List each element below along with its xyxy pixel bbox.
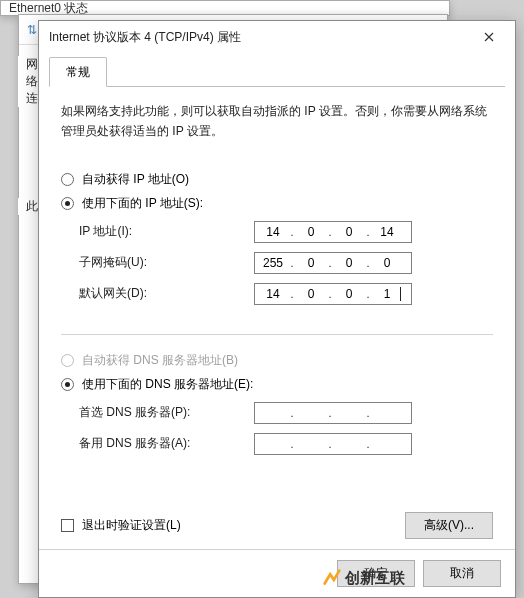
dialog-content: 如果网络支持此功能，则可以获取自动指派的 IP 设置。否则，你需要从网络系统管理… xyxy=(39,87,515,549)
ip-oct-4[interactable] xyxy=(371,224,403,240)
radio-icon xyxy=(61,197,74,210)
pdns-oct-2[interactable] xyxy=(295,405,327,421)
checkbox-icon xyxy=(61,519,74,532)
dialog-footer: 创新互联 确定 取消 xyxy=(39,549,515,597)
label-subnet-mask: 子网掩码(U): xyxy=(79,254,254,271)
radio-icon xyxy=(61,378,74,391)
text-caret xyxy=(400,287,401,301)
bg-window-1-title: Ethernet0 状态 xyxy=(1,1,449,15)
radio-manual-dns[interactable]: 使用下面的 DNS 服务器地址(E): xyxy=(61,376,493,393)
close-button[interactable] xyxy=(469,23,509,51)
ip-group: 自动获得 IP 地址(O) 使用下面的 IP 地址(S): IP 地址(I): … xyxy=(61,164,493,314)
mask-oct-1[interactable] xyxy=(257,255,289,271)
ipv4-properties-dialog: Internet 协议版本 4 (TCP/IPv4) 属性 常规 如果网络支持此… xyxy=(38,20,516,598)
advanced-button[interactable]: 高级(V)... xyxy=(405,512,493,539)
ip-oct-1[interactable] xyxy=(257,224,289,240)
ip-address-input[interactable]: . . . xyxy=(254,221,412,243)
mask-oct-4[interactable] xyxy=(371,255,403,271)
label-alt-dns: 备用 DNS 服务器(A): xyxy=(79,435,254,452)
radio-auto-ip[interactable]: 自动获得 IP 地址(O) xyxy=(61,171,493,188)
cancel-button[interactable]: 取消 xyxy=(423,560,501,587)
ok-button[interactable]: 确定 xyxy=(337,560,415,587)
radio-manual-dns-label: 使用下面的 DNS 服务器地址(E): xyxy=(82,376,253,393)
titlebar: Internet 协议版本 4 (TCP/IPv4) 属性 xyxy=(39,21,515,53)
close-icon xyxy=(484,32,494,42)
alt-dns-input[interactable]: . . . xyxy=(254,433,412,455)
label-ip-address: IP 地址(I): xyxy=(79,223,254,240)
gw-oct-3[interactable] xyxy=(333,286,365,302)
dialog-title: Internet 协议版本 4 (TCP/IPv4) 属性 xyxy=(49,29,469,46)
adns-oct-1[interactable] xyxy=(257,436,289,452)
pdns-oct-3[interactable] xyxy=(333,405,365,421)
dns-group: 自动获得 DNS 服务器地址(B) 使用下面的 DNS 服务器地址(E): 首选… xyxy=(61,345,493,464)
radio-icon xyxy=(61,354,74,367)
tabs: 常规 xyxy=(49,57,505,87)
ip-oct-2[interactable] xyxy=(295,224,327,240)
label-primary-dns: 首选 DNS 服务器(P): xyxy=(79,404,254,421)
pdns-oct-1[interactable] xyxy=(257,405,289,421)
label-gateway: 默认网关(D): xyxy=(79,285,254,302)
validate-on-exit-label: 退出时验证设置(L) xyxy=(82,517,181,534)
adns-oct-3[interactable] xyxy=(333,436,365,452)
ip-oct-3[interactable] xyxy=(333,224,365,240)
pdns-oct-4[interactable] xyxy=(371,405,403,421)
gw-oct-1[interactable] xyxy=(257,286,289,302)
radio-icon xyxy=(61,173,74,186)
radio-auto-dns[interactable]: 自动获得 DNS 服务器地址(B) xyxy=(61,352,493,369)
mask-oct-2[interactable] xyxy=(295,255,327,271)
radio-auto-ip-label: 自动获得 IP 地址(O) xyxy=(82,171,189,188)
validate-on-exit-checkbox[interactable]: 退出时验证设置(L) xyxy=(61,517,181,534)
subnet-mask-input[interactable]: . . . xyxy=(254,252,412,274)
radio-manual-ip[interactable]: 使用下面的 IP 地址(S): xyxy=(61,195,493,212)
description-text: 如果网络支持此功能，则可以获取自动指派的 IP 设置。否则，你需要从网络系统管理… xyxy=(61,101,493,142)
tab-general[interactable]: 常规 xyxy=(49,57,107,87)
radio-auto-dns-label: 自动获得 DNS 服务器地址(B) xyxy=(82,352,238,369)
gateway-input[interactable]: . . . xyxy=(254,283,412,305)
gw-oct-4[interactable] xyxy=(371,286,403,302)
mask-oct-3[interactable] xyxy=(333,255,365,271)
separator xyxy=(61,334,493,335)
adns-oct-4[interactable] xyxy=(371,436,403,452)
primary-dns-input[interactable]: . . . xyxy=(254,402,412,424)
radio-manual-ip-label: 使用下面的 IP 地址(S): xyxy=(82,195,203,212)
gw-oct-2[interactable] xyxy=(295,286,327,302)
adns-oct-2[interactable] xyxy=(295,436,327,452)
nic-icon: ⇅ xyxy=(27,23,37,37)
